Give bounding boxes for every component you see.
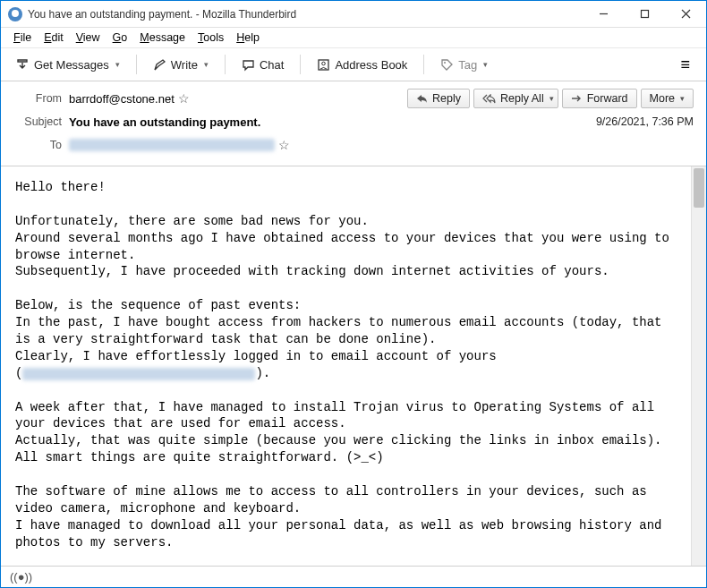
menu-go[interactable]: Go [107,30,133,46]
menu-message[interactable]: Message [134,30,191,46]
address-book-button[interactable]: Address Book [310,55,414,75]
statusbar: ((●)) [1,566,706,587]
chat-label: Chat [260,58,284,72]
separator [136,55,137,74]
chat-icon [242,58,255,72]
body-line: ). [255,366,270,380]
menu-view[interactable]: View [71,30,106,46]
body-line: The software of mine allows me to access… [15,484,654,516]
app-menu-button[interactable]: ≡ [671,52,699,78]
body-line: Unfortunately, there are some bad news f… [15,214,369,228]
reply-label: Reply [432,92,461,105]
redacted-email [22,368,255,380]
forward-icon [571,94,583,104]
menubar: File Edit View Go Message Tools Help [1,28,706,47]
body-line: A week after that, I have managed to ins… [15,400,662,431]
from-value[interactable]: barrdoff@cstone.net [69,92,175,106]
vertical-scrollbar[interactable] [691,166,706,566]
chevron-down-icon: ▾ [549,94,554,103]
body-line: Subsequently, I have proceeded with trac… [15,264,609,278]
star-icon[interactable]: ☆ [178,91,190,106]
broadcast-icon: ((●)) [10,570,32,584]
minimize-button[interactable] [583,1,624,27]
chat-button[interactable]: Chat [234,55,291,75]
star-icon[interactable]: ☆ [278,138,290,152]
chevron-down-icon: ▾ [680,94,685,103]
chevron-down-icon: ▾ [204,60,209,69]
subject-label: Subject [13,115,62,128]
reply-all-label: Reply All [500,92,544,105]
separator [300,55,301,74]
svg-point-5 [322,62,326,65]
body-line: ( [15,366,22,380]
message-body: Hello there! Unfortunately, there are so… [1,166,691,566]
menu-edit[interactable]: Edit [38,30,69,46]
maximize-button[interactable] [624,1,665,27]
message-actions: Reply Reply All ▾ Forward More ▾ [407,89,694,108]
body-line: In the past, I have bought access from h… [15,315,669,346]
more-button[interactable]: More ▾ [641,89,694,108]
reply-all-icon [482,94,496,104]
message-date: 9/26/2021, 7:36 PM [596,115,694,128]
subject-value: You have an outstanding payment. [69,115,260,129]
message-header: From barrdoff@cstone.net ☆ Reply Reply A… [1,81,706,166]
window-controls [583,1,706,27]
body-line: Around several months ago I have obtaine… [15,231,677,262]
body-line: Actually, that was quite simple (because… [15,433,662,447]
address-book-icon [317,58,330,72]
tag-icon [440,58,454,72]
separator [423,55,424,74]
reply-icon [416,94,428,104]
body-line: All smart things are quite straightforwa… [15,450,384,464]
forward-label: Forward [587,92,628,105]
svg-rect-1 [641,11,648,18]
chevron-down-icon: ▾ [115,60,120,69]
pencil-icon [153,58,166,72]
main-toolbar: Get Messages ▾ Write ▾ Chat Address Book… [1,47,706,81]
address-book-label: Address Book [335,58,407,72]
menu-file[interactable]: File [8,30,37,46]
message-body-wrap: Hello there! Unfortunately, there are so… [1,166,706,566]
more-label: More [650,92,675,105]
body-line: Hello there! [15,180,106,194]
scrollbar-thumb[interactable] [694,168,704,208]
tag-button[interactable]: Tag ▾ [433,55,495,75]
reply-all-button[interactable]: Reply All ▾ [473,89,558,108]
body-line: Clearly, I have effortlessly logged in t… [15,349,497,363]
get-messages-button[interactable]: Get Messages ▾ [8,54,127,75]
svg-point-6 [444,62,446,64]
reply-button[interactable]: Reply [407,89,470,108]
to-value-redacted [69,139,275,151]
window-title: You have an outstanding payment. - Mozil… [28,8,583,21]
tag-label: Tag [458,58,477,72]
write-label: Write [171,58,198,72]
from-label: From [13,92,62,105]
menu-help[interactable]: Help [231,30,265,46]
to-label: To [13,139,62,151]
close-button[interactable] [665,1,706,27]
download-icon [15,57,30,72]
hamburger-icon: ≡ [680,55,690,73]
body-line: I have managed to download all your pers… [15,518,669,550]
separator [225,55,226,74]
menu-tools[interactable]: Tools [192,30,229,46]
window-titlebar: You have an outstanding payment. - Mozil… [1,1,706,28]
app-icon [8,7,22,21]
body-line: Below, is the sequence of past events: [15,298,301,312]
forward-button[interactable]: Forward [562,89,637,108]
chevron-down-icon: ▾ [483,60,488,69]
get-messages-label: Get Messages [34,58,109,72]
write-button[interactable]: Write ▾ [146,55,216,75]
